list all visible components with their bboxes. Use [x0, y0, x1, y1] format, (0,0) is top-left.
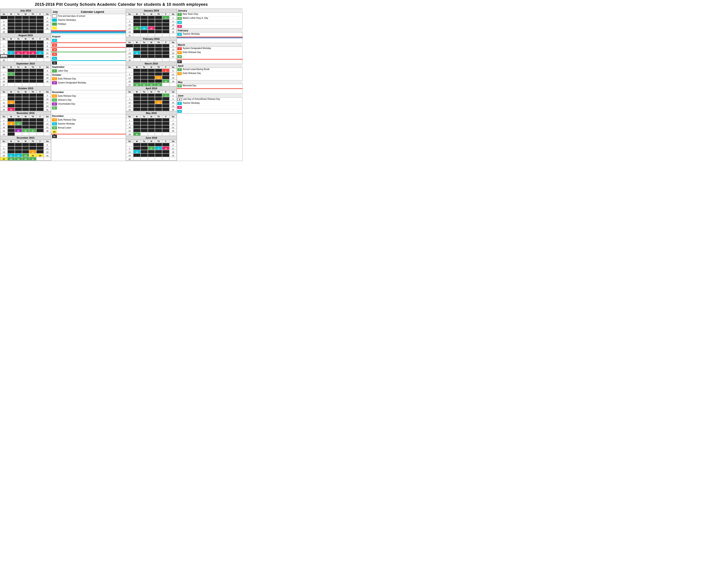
december-legend-header: December	[51, 114, 126, 118]
august-legend-header: August	[51, 35, 126, 38]
may-right-header: May	[177, 80, 243, 84]
september-labor-day: Labor Day	[58, 70, 126, 72]
may-right-legend: May 30 Memorial Day	[177, 80, 243, 94]
october-legend-section: October 13 Early Release Day 26 System D…	[51, 73, 126, 90]
dec-teacher-workday: Teacher Workday	[58, 122, 126, 125]
legend-row-teacher-workdays: Teacher Workdays	[51, 18, 126, 22]
nov-unscheduled: Unscheduled Day	[58, 103, 126, 105]
apr-early-release: Early Release Day	[183, 72, 201, 74]
may-spacer	[177, 89, 243, 94]
apr-spacer	[177, 76, 243, 80]
october-legend-header: October	[51, 73, 126, 77]
september-2015-section: September 2015 SuMTuWThFSa 5 6712 1319 2…	[0, 62, 51, 86]
june-teacher-workday: Teacher Workday	[183, 102, 200, 104]
april-2016-header: April 2016	[126, 86, 177, 90]
march-2016-section: March 2016 SuMTuWThFSa 45 612 131719 202…	[126, 62, 177, 86]
october-2015-header: October 2015	[0, 86, 51, 90]
january-2016-header: January 2016	[126, 9, 177, 13]
legend-row-holidays: Holidays	[51, 22, 126, 26]
march-right-legend: March 4 System Designated Workday 17 Ear…	[177, 43, 243, 64]
november-legend-section: November 10 Early Release Day 11 Veteran…	[51, 90, 126, 114]
feb-line2	[177, 38, 243, 38]
nov-early-release: Early Release Day	[58, 95, 126, 97]
june-last-day: Last Day of School/Early Release Day	[183, 98, 220, 100]
legend-row-first-last: First and last days of school	[51, 14, 126, 18]
june-2016-header: June 2016	[126, 136, 177, 140]
legend-line-blue	[51, 31, 126, 32]
dec-annual-leave: Annual Leave	[58, 126, 126, 129]
may-memorial: Memorial Day	[183, 84, 196, 87]
oct-early-release: Early Release Day	[58, 77, 126, 80]
oct-system-workday: System Designated Workday	[58, 81, 126, 84]
september-legend-header: September	[51, 65, 126, 69]
april-2016-section: April 2016 SuMTuWThFSa 12 39 101416 1723…	[126, 86, 177, 111]
dec-early-release: Early Release Day	[58, 118, 126, 121]
december-legend-section: December 18 Early Release Day 21 Teacher…	[51, 114, 126, 139]
march-right-header: March	[177, 43, 243, 47]
legend-color-first-last	[52, 15, 57, 18]
april-right-legend: April 1 Annual Leave/Spring Break 14 Ear…	[177, 64, 243, 80]
feb-line	[177, 37, 243, 37]
mar-system-workday: System Designated Workday	[183, 47, 211, 49]
legend-color-teacher-workdays	[52, 19, 57, 22]
february-2016-header: February 2016	[126, 37, 177, 41]
february-2016-section: February 2016 SuMTuWThFSa 6 713 141520 2…	[126, 37, 177, 62]
col1-calendars: July 2015 SuMTuWThFSa 4 511 1218 1925 26…	[0, 9, 51, 161]
june-right-header: June	[177, 94, 243, 98]
november-legend-header: November	[51, 90, 126, 94]
september-2015-header: September 2015	[0, 62, 51, 66]
september-legend-section: September 7 Labor Day	[51, 65, 126, 73]
feb-spacer	[177, 38, 243, 43]
legend-line-red	[51, 30, 126, 31]
legend-color-holidays	[52, 23, 57, 26]
mar-early-release: Early Release Day	[183, 51, 201, 53]
january-right-legend: January 1 New Year's Day 18 Martin Luthe…	[177, 9, 243, 29]
feb-teacher-workday: Teacher Workday	[183, 33, 200, 35]
jan-mlk: Martin Luther King Jr. Day	[183, 17, 208, 19]
legend-label-holidays: Holidays	[58, 23, 126, 25]
february-right-legend: February 15 Teacher Workday	[177, 29, 243, 43]
legend-label-first-last: First and last days of school	[58, 15, 126, 17]
august-legend-section: August 17 18 19 20 21 24	[51, 35, 126, 65]
nov-veterans: Veteran's Day	[58, 99, 126, 101]
december-2015-header: December 2015	[0, 136, 51, 140]
july-2015-section: July 2015 SuMTuWThFSa 4 511 1218 1925 26	[0, 9, 51, 34]
august-2015-section: August 2015 SuMTuWThFSa 1 28 915 1617181…	[0, 34, 51, 62]
legend-month-july: July	[51, 10, 59, 14]
legend-line-cyan	[51, 32, 126, 33]
july-2015-header: July 2015	[0, 9, 51, 13]
november-2015-section: November 2015 SuMTuWThFSa 17 8101114 152…	[0, 111, 51, 136]
legend-label-teacher-workdays: Teacher Workdays	[58, 19, 126, 21]
col3-calendars: January 2016 SuMTuWThFSa 12 39 1016 1718…	[126, 9, 177, 161]
january-2016-section: January 2016 SuMTuWThFSa 12 39 1016 1718…	[126, 9, 177, 37]
oct-spacer	[51, 85, 126, 90]
august-2015-header: August 2015	[0, 34, 51, 37]
march-2016-header: March 2016	[126, 62, 177, 66]
may-2016-section: May 2016 SuMTuWThFSa 17 814 1521 2228 29…	[126, 111, 177, 136]
may-line	[177, 88, 243, 89]
legend-section: July Calendar Legend First and last days…	[51, 9, 126, 35]
jan-new-years: New Year's Day	[183, 13, 198, 15]
legend-row-yellow	[51, 26, 126, 30]
page-title: 2015-2016 Pitt County Schools Academic C…	[0, 0, 243, 9]
october-2015-section: October 2015 SuMTuWThFSa 3 410 111317 18…	[0, 86, 51, 111]
legend-color-yellow	[52, 26, 57, 30]
april-right-header: April	[177, 64, 243, 68]
december-2015-section: December 2015 SuMTuWThFSa 5 612 131819 2…	[0, 136, 51, 161]
nov-spacer	[51, 110, 126, 114]
june-right-legend: June 8 Last Day of School/Early Release …	[177, 94, 243, 114]
november-2015-header: November 2015	[0, 111, 51, 115]
col4-legend: January 1 New Year's Day 18 Martin Luthe…	[177, 9, 243, 161]
may-2016-header: May 2016	[126, 111, 177, 115]
february-right-header: February	[177, 29, 243, 32]
mar-line-red	[177, 59, 243, 60]
legend-title: Calendar Legend	[59, 10, 126, 14]
june-2016-section: June 2016 SuMTuWThFSa 4 5891011 121318 1…	[126, 136, 177, 161]
col2-legend: July Calendar Legend First and last days…	[51, 9, 126, 161]
january-right-header: January	[177, 9, 243, 13]
apr-spring-break: Annual Leave/Spring Break	[183, 68, 210, 70]
